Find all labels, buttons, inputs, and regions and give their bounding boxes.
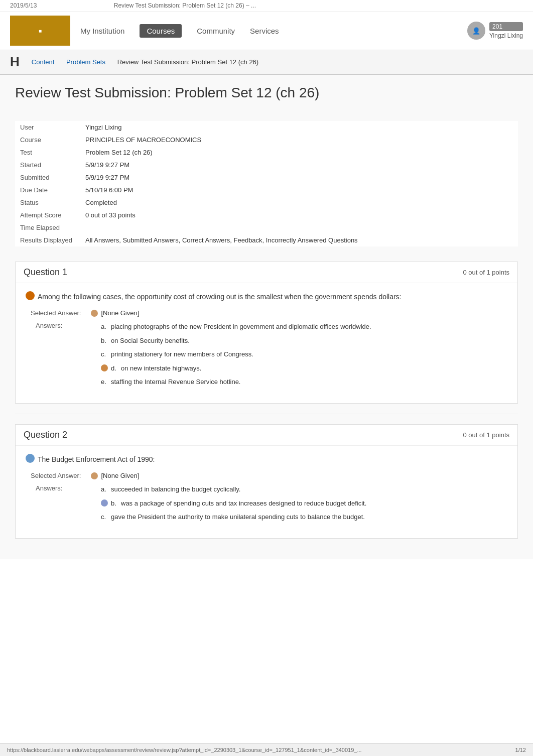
status-value: Completed [80, 196, 518, 209]
q1-option-b: b. on Social Security benefits. [91, 336, 371, 346]
q2-answers-label: Answers: [36, 484, 81, 526]
q1-selected-icon [91, 310, 98, 317]
q2-selected-value: [None Given] [91, 472, 139, 479]
logo-text: ■ [39, 28, 42, 34]
question-2-title: Question 2 [24, 430, 67, 440]
info-row-elapsed: Time Elapsed [15, 221, 518, 234]
course-value: PRINCIPLES OF MACROECONOMICS [80, 134, 518, 146]
question-2: Question 2 0 out of 1 points The Budget … [15, 424, 518, 539]
user-badge: 201 [489, 22, 523, 31]
question-2-body: The Budget Enforcement Act of 1990: Sele… [16, 446, 517, 538]
question-1-text-content: Among the following cases, the opportuni… [38, 291, 507, 302]
due-value: 5/10/19 6:00 PM [80, 184, 518, 196]
test-label: Test [15, 146, 80, 159]
q2-options: a. succeeded in balancing the budget cyc… [91, 484, 366, 526]
breadcrumb-sep-2 [110, 58, 112, 66]
q1-selected-value: [None Given] [91, 309, 139, 317]
q1-option-e: e. staffing the Internal Revenue Service… [91, 377, 371, 387]
question-1-selected-row: Selected Answer: [None Given] [26, 309, 507, 317]
q2-option-a: a. succeeded in balancing the budget cyc… [91, 484, 366, 494]
nav-community[interactable]: Community [197, 27, 235, 35]
question-1: Question 1 0 out of 1 points Among the f… [15, 262, 518, 404]
info-row-course: Course PRINCIPLES OF MACROECONOMICS [15, 134, 518, 146]
attempt-label: Attempt Score [15, 209, 80, 221]
logo: ■ [10, 16, 70, 46]
user-name: Yingzi Lixing [489, 32, 523, 39]
due-label: Due Date [15, 184, 80, 196]
course-label: Course [15, 134, 80, 146]
info-row-results: Results Displayed All Answers, Submitted… [15, 234, 518, 246]
user-label: User [15, 121, 80, 134]
info-row-attempt: Attempt Score 0 out of 33 points [15, 209, 518, 221]
question-1-answers: Answers: a. placing photographs of the n… [26, 322, 507, 391]
avatar: 👤 [467, 22, 485, 40]
started-label: Started [15, 159, 80, 171]
question-2-points: 0 out of 1 points [463, 431, 509, 439]
info-row-status: Status Completed [15, 196, 518, 209]
info-row-due: Due Date 5/10/19 6:00 PM [15, 184, 518, 196]
test-value: Problem Set 12 (ch 26) [80, 146, 518, 159]
started-value: 5/9/19 9:27 PM [80, 159, 518, 171]
question-1-header: Question 1 0 out of 1 points [16, 262, 517, 283]
question-2-selected-row: Selected Answer: [None Given] [26, 472, 507, 479]
question-1-title: Question 1 [24, 267, 67, 278]
question-2-header: Question 2 0 out of 1 points [16, 425, 517, 446]
q2-option-b: b. was a package of spending cuts and ta… [91, 498, 366, 509]
submitted-label: Submitted [15, 171, 80, 184]
results-value: All Answers, Submitted Answers, Correct … [80, 234, 518, 246]
question-2-answers: Answers: a. succeeded in balancing the b… [26, 484, 507, 526]
question-1-icon [26, 291, 35, 300]
q2-option-c: c. gave the President the authority to m… [91, 512, 366, 522]
q2-selected-label: Selected Answer: [31, 472, 81, 479]
q2-option-b-dot [101, 499, 108, 507]
breadcrumb-sep-1 [59, 58, 61, 66]
q2-selected-icon [91, 472, 98, 479]
q1-option-d: d. on new interstate highways. [91, 363, 371, 373]
user-area: 👤 201 Yingzi Lixing [467, 22, 523, 40]
results-label: Results Displayed [15, 234, 80, 246]
q1-option-c: c. printing stationery for new members o… [91, 349, 371, 359]
question-1-points: 0 out of 1 points [463, 269, 509, 276]
breadcrumb: H Content Problem Sets Review Test Submi… [0, 50, 533, 75]
elapsed-value [80, 221, 518, 234]
breadcrumb-problem-sets[interactable]: Problem Sets [66, 58, 105, 66]
q1-selected-label: Selected Answer: [31, 309, 81, 317]
elapsed-label: Time Elapsed [15, 221, 80, 234]
question-2-text: The Budget Enforcement Act of 1990: [26, 454, 507, 465]
q1-option-a: a. placing photographs of the new Presid… [91, 322, 371, 332]
main-content: Review Test Submission: Problem Set 12 (… [0, 75, 533, 559]
nav-my-institution[interactable]: My Institution [80, 27, 124, 35]
info-row-submitted: Submitted 5/9/19 9:27 PM [15, 171, 518, 184]
q1-options: a. placing photographs of the new Presid… [91, 322, 371, 391]
question-1-body: Among the following cases, the opportuni… [16, 283, 517, 403]
q2-answers-label-row: Answers: a. succeeded in balancing the b… [31, 484, 507, 526]
info-row-user: User Yingzi Lixing [15, 121, 518, 134]
info-table: User Yingzi Lixing Course PRINCIPLES OF … [15, 121, 518, 246]
attempt-value: 0 out of 33 points [80, 209, 518, 221]
submitted-value: 5/9/19 9:27 PM [80, 171, 518, 184]
nav-services[interactable]: Services [250, 27, 279, 35]
breadcrumb-h: H [10, 54, 20, 70]
q1-option-d-dot [101, 364, 108, 371]
breadcrumb-content[interactable]: Content [32, 58, 55, 66]
user-value: Yingzi Lixing [80, 121, 518, 134]
page-date: 2019/5/13 Review Test Submission: Proble… [0, 0, 533, 12]
divider-1 [15, 414, 518, 414]
question-2-icon [26, 454, 35, 463]
q1-answers-label-row: Answers: a. placing photographs of the n… [31, 322, 507, 391]
info-row-test: Test Problem Set 12 (ch 26) [15, 146, 518, 159]
question-1-text: Among the following cases, the opportuni… [26, 291, 507, 302]
status-label: Status [15, 196, 80, 209]
q1-answers-label: Answers: [36, 322, 81, 391]
nav-links: My Institution Courses Community Service… [80, 24, 467, 38]
top-navigation: ■ My Institution Courses Community Servi… [0, 12, 533, 50]
nav-courses[interactable]: Courses [140, 24, 182, 38]
question-2-text-content: The Budget Enforcement Act of 1990: [38, 454, 507, 465]
page-title: Review Test Submission: Problem Set 12 (… [15, 85, 518, 106]
breadcrumb-current: Review Test Submission: Problem Set 12 (… [117, 58, 259, 66]
info-row-started: Started 5/9/19 9:27 PM [15, 159, 518, 171]
